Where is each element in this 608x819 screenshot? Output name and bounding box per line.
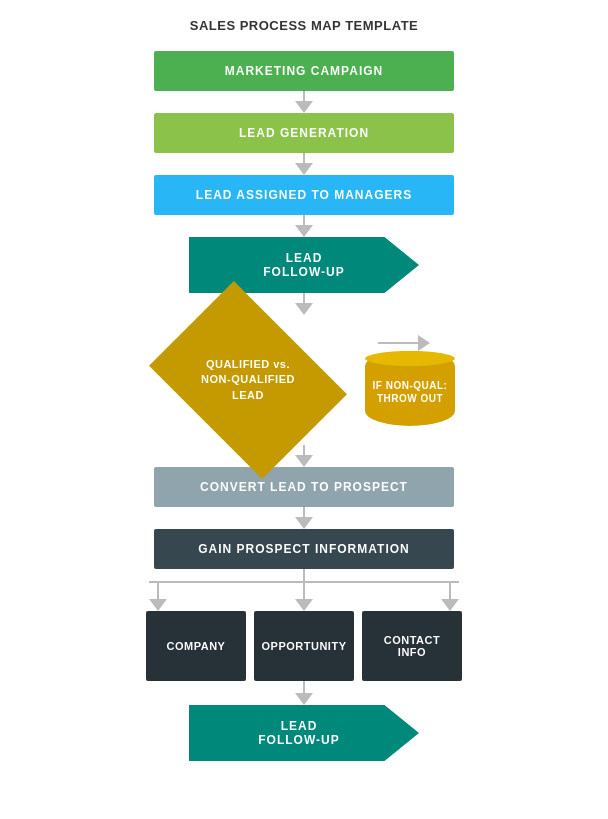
arrow-right — [378, 335, 430, 351]
lead-generation-box: LEAD GENERATION — [154, 113, 454, 153]
contact-info-box: CONTACT INFO — [362, 611, 462, 681]
flowchart: SALES PROCESS MAP TEMPLATE MARKETING CAM… — [20, 18, 588, 761]
lead-assigned-box: LEAD ASSIGNED TO MANAGERS — [154, 175, 454, 215]
qualified-diamond: QUALIFIED vs. NON-QUALIFIED LEAD — [153, 315, 343, 445]
company-box: COMPANY — [146, 611, 246, 681]
convert-lead-box: CONVERT LEAD TO PROSPECT — [154, 467, 454, 507]
arrow-2 — [295, 153, 313, 175]
arrow-1 — [295, 91, 313, 113]
page-title: SALES PROCESS MAP TEMPLATE — [190, 18, 419, 33]
arrow-3 — [295, 215, 313, 237]
fan-out-arrows — [20, 569, 588, 611]
three-box-row: COMPANY OPPORTUNITY CONTACT INFO — [20, 611, 588, 681]
diamond-row: QUALIFIED vs. NON-QUALIFIED LEAD IF NON-… — [20, 315, 588, 445]
arrow-7 — [295, 681, 313, 705]
contact-info-text: CONTACT INFO — [384, 634, 440, 658]
throw-out-text: IF NON-QUAL: THROW OUT — [368, 379, 453, 405]
arrow-5 — [295, 445, 313, 467]
throw-out-cylinder: IF NON-QUAL: THROW OUT — [365, 351, 455, 426]
arrow-4 — [295, 293, 313, 315]
arrow-6 — [295, 507, 313, 529]
gain-prospect-box: GAIN PROSPECT INFORMATION — [154, 529, 454, 569]
lead-followup-2-box: LEAD FOLLOW-UP — [189, 705, 419, 761]
marketing-campaign-box: MARKETING CAMPAIGN — [154, 51, 454, 91]
non-qual-side: IF NON-QUAL: THROW OUT — [353, 335, 455, 426]
lead-followup-1-box: LEAD FOLLOW-UP — [189, 237, 419, 293]
opportunity-box: OPPORTUNITY — [254, 611, 354, 681]
